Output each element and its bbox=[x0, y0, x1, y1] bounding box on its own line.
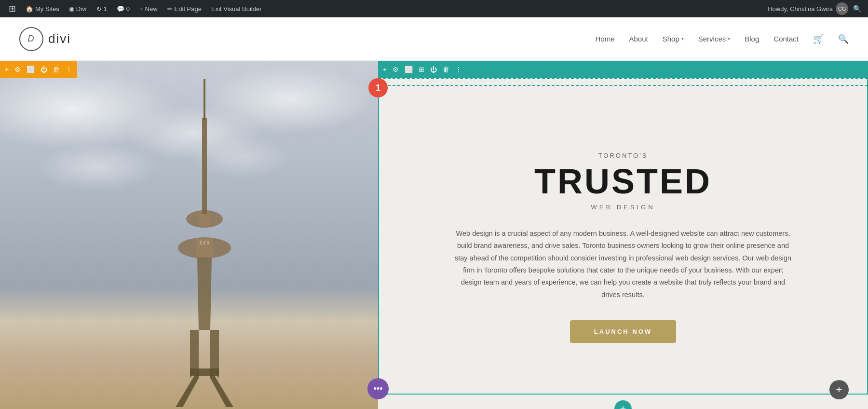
launch-now-button[interactable]: LAUNCH NOW bbox=[570, 320, 676, 343]
content-title: TRUSTED bbox=[534, 164, 712, 199]
shop-dropdown-arrow: ▾ bbox=[681, 36, 684, 41]
exit-visual-builder-label: Exit Visual Builder bbox=[211, 5, 262, 13]
right-panel: + ⚙ ⬜ ⊞ ⏻ 🗑 ⋮ 1 TORONTO'S TRUSTED WEB DE… bbox=[378, 61, 868, 409]
right-more-icon[interactable]: ⋮ bbox=[455, 66, 462, 73]
edit-page-label: Edit Page bbox=[175, 5, 202, 13]
wp-icon: ⊞ bbox=[9, 3, 16, 14]
left-panel: + ⚙ ⬜ ⏻ 🗑 ⋮ bbox=[0, 61, 378, 409]
svg-rect-7 bbox=[200, 241, 202, 245]
howdy-text: Howdy, Christina Gwira bbox=[768, 5, 833, 13]
comments-count: 0 bbox=[126, 5, 130, 13]
right-add-icon[interactable]: + bbox=[383, 66, 387, 73]
admin-bar: ⊞ 🏠 My Sites ◉ Divi ↻ 1 💬 0 + New ✏ Edit… bbox=[0, 0, 868, 17]
edit-page-button[interactable]: ✏ Edit Page bbox=[163, 0, 205, 17]
purple-dots-button[interactable]: ••• bbox=[367, 378, 389, 399]
svg-rect-8 bbox=[203, 241, 205, 245]
new-label: New bbox=[145, 5, 158, 13]
comment-icon: 💬 bbox=[117, 5, 124, 13]
logo-letter: D bbox=[28, 34, 35, 44]
wp-logo-button[interactable]: ⊞ bbox=[5, 0, 20, 17]
left-section-toolbar: + ⚙ ⬜ ⏻ 🗑 ⋮ bbox=[0, 61, 77, 78]
comments-button[interactable]: 💬 0 bbox=[113, 0, 134, 17]
main-content: + ⚙ ⬜ ⏻ 🗑 ⋮ + ⚙ ⬜ ⊞ ⏻ 🗑 ⋮ 1 TORONTO bbox=[0, 61, 868, 409]
left-settings-icon[interactable]: ⚙ bbox=[14, 66, 21, 73]
left-delete-icon[interactable]: 🗑 bbox=[53, 66, 60, 73]
divi-icon: ◉ bbox=[69, 5, 74, 13]
svg-rect-2 bbox=[202, 118, 207, 214]
services-dropdown-arrow: ▾ bbox=[728, 36, 730, 41]
right-panel-content: TORONTO'S TRUSTED WEB DESIGN Web design … bbox=[378, 86, 868, 409]
cart-icon[interactable]: 🛒 bbox=[813, 34, 824, 44]
my-sites-menu[interactable]: 🏠 My Sites bbox=[22, 0, 63, 17]
admin-search-icon[interactable]: 🔍 bbox=[851, 3, 863, 14]
nav-services[interactable]: Services ▾ bbox=[698, 32, 731, 45]
left-add-icon[interactable]: + bbox=[5, 66, 9, 73]
my-sites-label: My Sites bbox=[35, 5, 59, 13]
svg-rect-9 bbox=[207, 241, 209, 245]
logo-circle: D bbox=[19, 27, 43, 51]
nav-about[interactable]: About bbox=[629, 32, 648, 45]
right-columns-icon[interactable]: ⊞ bbox=[419, 66, 424, 73]
section-number-badge: 1 bbox=[368, 78, 388, 97]
right-power-icon[interactable]: ⏻ bbox=[430, 66, 437, 73]
admin-bar-right: Howdy, Christina Gwira CG 🔍 bbox=[768, 2, 863, 15]
updates-count: 1 bbox=[104, 5, 107, 13]
left-layout-icon[interactable]: ⬜ bbox=[27, 66, 35, 73]
right-settings-icon[interactable]: ⚙ bbox=[393, 66, 399, 73]
right-layout-icon[interactable]: ⬜ bbox=[405, 66, 413, 73]
divi-menu[interactable]: ◉ Divi bbox=[65, 0, 91, 17]
right-section-toolbar: + ⚙ ⬜ ⊞ ⏻ 🗑 ⋮ bbox=[378, 61, 868, 78]
content-body: Web design is a crucial aspect of any mo… bbox=[454, 228, 792, 301]
update-icon: ↻ bbox=[96, 5, 102, 13]
left-more-icon[interactable]: ⋮ bbox=[66, 66, 72, 73]
exit-visual-builder-button[interactable]: Exit Visual Builder bbox=[207, 0, 266, 17]
hero-image bbox=[0, 61, 378, 409]
nav-contact[interactable]: Contact bbox=[773, 32, 799, 45]
nav-home[interactable]: Home bbox=[595, 32, 614, 45]
content-subtitle: TORONTO'S bbox=[598, 152, 648, 159]
nav-shop[interactable]: Shop ▾ bbox=[663, 32, 684, 45]
nav-search-icon[interactable]: 🔍 bbox=[838, 34, 849, 44]
logo-text: divi bbox=[48, 31, 71, 46]
site-header: D divi Home About Shop ▾ Services ▾ Blog… bbox=[0, 17, 868, 61]
cn-tower bbox=[127, 79, 282, 409]
user-avatar[interactable]: CG bbox=[836, 2, 848, 15]
svg-rect-6 bbox=[190, 368, 219, 376]
updates-button[interactable]: ↻ 1 bbox=[93, 0, 111, 17]
new-button[interactable]: + New bbox=[136, 0, 162, 17]
divi-label: Divi bbox=[76, 5, 87, 13]
sites-icon: 🏠 bbox=[26, 5, 33, 13]
left-power-icon[interactable]: ⏻ bbox=[41, 66, 47, 73]
right-delete-icon[interactable]: 🗑 bbox=[443, 66, 449, 73]
content-sub-title: WEB DESIGN bbox=[591, 204, 655, 211]
svg-rect-3 bbox=[203, 79, 205, 120]
site-navigation: Home About Shop ▾ Services ▾ Blog Contac… bbox=[595, 32, 849, 45]
site-logo[interactable]: D divi bbox=[19, 27, 71, 51]
edit-icon: ✏ bbox=[167, 5, 173, 13]
dashed-section-indicator bbox=[378, 78, 868, 86]
nav-blog[interactable]: Blog bbox=[745, 32, 759, 45]
gray-add-button[interactable]: + bbox=[829, 380, 849, 399]
plus-icon: + bbox=[139, 5, 143, 13]
